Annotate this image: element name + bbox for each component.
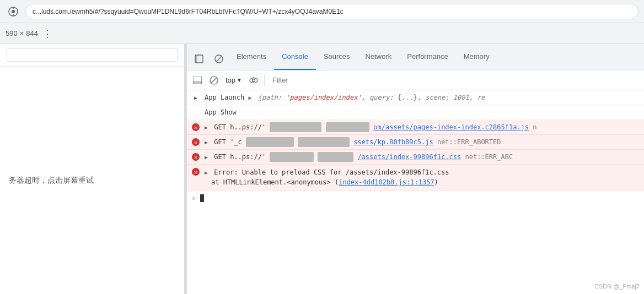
left-panel: 务器超时，点击屏幕重试 xyxy=(0,44,185,294)
left-search-input[interactable] xyxy=(7,48,178,62)
left-content: 务器超时，点击屏幕重试 xyxy=(0,67,184,294)
app-launch-scene-key: , scene: xyxy=(417,94,453,101)
app-launch-label: App Launch xyxy=(205,94,248,101)
error-circle-block: ✕ xyxy=(192,168,200,176)
app-launch-scene-val: 1001, re xyxy=(453,94,485,101)
block-icon[interactable] xyxy=(210,50,228,68)
console-entry-get-2: ✕ ▶ GET '_c ssets/kp.80fb89c5.js net::ER… xyxy=(187,135,644,150)
watermark-text: CSDN @_Fmaj7 xyxy=(594,283,640,290)
url-bar[interactable]: c...luds.com./ewmh5/#/?ssqyuuid=QwouMP1D… xyxy=(25,4,638,19)
get-trailing-1: n xyxy=(533,123,536,131)
error-icon-1: ✕ xyxy=(191,123,200,132)
get-expand-2[interactable]: ▶ xyxy=(205,138,208,146)
error-icon-3: ✕ xyxy=(191,153,200,161)
app-launch-query: {...} xyxy=(398,94,417,101)
svg-point-13 xyxy=(252,79,255,81)
devtools-panel: Elements Console Sources Network Perform… xyxy=(187,44,644,294)
get-url-prefix-2: '_c xyxy=(230,138,242,146)
get-url-suffix-2[interactable]: ssets/kp.80fb89c5.js xyxy=(353,138,433,146)
tab-console[interactable]: Console xyxy=(274,44,316,70)
error-block-line1: Error: Unable to preload CSS for /assets… xyxy=(214,168,449,176)
clear-console-icon[interactable] xyxy=(207,73,221,88)
sidebar-drawer-icon[interactable] xyxy=(190,73,205,88)
get-trailing-3: net::ERR_ABC xyxy=(465,153,513,161)
prompt-cursor xyxy=(200,194,204,202)
tab-performance[interactable]: Performance xyxy=(399,44,455,70)
left-search xyxy=(0,44,184,67)
dropdown-arrow-icon: ▼ xyxy=(237,77,242,83)
sidebar-toggle-icon[interactable] xyxy=(190,50,208,68)
app-launch-key1: {path: xyxy=(258,94,286,101)
error-block-line2-suffix: ) xyxy=(434,178,438,186)
get-url-suffix-3[interactable]: /assets/index-99896f1c.css xyxy=(357,153,461,161)
console-toolbar: top ▼ xyxy=(187,70,644,90)
second-row: 590 × 844 ⋮ xyxy=(0,23,644,44)
more-button[interactable]: ⋮ xyxy=(42,28,52,40)
get-blur-2a xyxy=(246,137,294,147)
left-status-text: 务器超时，点击屏幕重试 xyxy=(9,176,94,186)
error-block-line2-prefix: at HTMLLinkElement.<anonymous> ( xyxy=(205,178,339,186)
context-label: top xyxy=(226,76,235,84)
get-url-suffix-1[interactable]: om/assets/pages-index-index.c2865f1a.js xyxy=(373,123,529,131)
get-label-2: GET xyxy=(214,138,230,146)
app-launch-path: 'pages/index/index' xyxy=(286,94,361,101)
error-circle-3: ✕ xyxy=(192,153,200,161)
get-expand-3[interactable]: ▶ xyxy=(205,153,208,161)
app-show-label: App Show xyxy=(205,108,237,116)
console-entry-app-show: App Show xyxy=(187,105,644,120)
filter-input[interactable] xyxy=(268,75,641,85)
svg-line-11 xyxy=(211,77,217,83)
svg-point-1 xyxy=(12,10,15,13)
console-entry-get-1: ✕ ▶ GET h..ps://' om/assets/pages-index-… xyxy=(187,120,644,135)
tab-elements[interactable]: Elements xyxy=(229,44,274,70)
device-width: 590 xyxy=(6,29,18,37)
tab-memory[interactable]: Memory xyxy=(456,44,497,70)
get-blur-3a xyxy=(270,152,313,162)
device-height: 844 xyxy=(26,29,38,37)
console-entry-error-block: ✕ ▶ Error: Unable to preload CSS for /as… xyxy=(187,165,644,190)
error-circle-2: ✕ xyxy=(192,138,200,146)
error-circle-1: ✕ xyxy=(192,123,200,131)
get-trailing-2: net::ERR_ABORTED xyxy=(437,138,501,146)
toolbar-separator xyxy=(264,75,265,86)
get-blur-3b xyxy=(318,152,353,162)
get-label-3: GET xyxy=(214,153,230,161)
app-launch-expand[interactable]: ▶ xyxy=(248,94,251,102)
error-icon-2: ✕ xyxy=(191,138,200,146)
top-bar: c...luds.com./ewmh5/#/?ssqyuuid=QwouMP1D… xyxy=(0,0,644,23)
console-entry-app-launch: ▶ App Launch ▶ {path: 'pages/index/index… xyxy=(187,90,644,105)
expand-icon-launch[interactable]: ▶ xyxy=(191,93,200,102)
get-label-1: GET xyxy=(214,123,230,131)
context-selector[interactable]: top ▼ xyxy=(223,75,244,85)
app-launch-key2: , query: xyxy=(362,94,398,101)
svg-rect-9 xyxy=(193,81,202,84)
get-url-prefix-1: h..ps://' xyxy=(230,123,266,131)
eye-icon[interactable] xyxy=(246,73,261,88)
error-block-expand[interactable]: ▶ xyxy=(205,168,208,177)
error-block-link[interactable]: index-4dd102b0.js:1:1357 xyxy=(339,178,434,186)
console-output[interactable]: ▶ App Launch ▶ {path: 'pages/index/index… xyxy=(187,90,644,294)
browser-icon xyxy=(6,4,21,19)
device-info: 590 × 844 xyxy=(6,29,38,37)
error-icon-block: ✕ xyxy=(191,167,200,176)
svg-line-7 xyxy=(216,56,222,62)
watermark: CSDN @_Fmaj7 xyxy=(594,283,640,290)
console-prompt[interactable]: › xyxy=(187,190,644,205)
console-entry-get-3: ✕ ▶ GET h..ps://' /assets/index-99896f1c… xyxy=(187,150,644,165)
get-url-prefix-3: h..ps://' xyxy=(230,153,266,161)
get-expand-1[interactable]: ▶ xyxy=(205,123,208,132)
get-blur-1a xyxy=(270,122,321,132)
main-container: 务器超时，点击屏幕重试 Elements xyxy=(0,44,644,294)
tab-sources[interactable]: Sources xyxy=(316,44,358,70)
dimension-separator: × xyxy=(20,29,24,37)
url-text: c...luds.com./ewmh5/#/?ssqyuuid=QwouMP1D… xyxy=(33,8,344,15)
prompt-arrow-icon: › xyxy=(191,194,196,202)
svg-rect-5 xyxy=(195,55,197,63)
get-blur-2b xyxy=(298,137,350,147)
tab-network[interactable]: Network xyxy=(358,44,400,70)
get-blur-1b xyxy=(326,122,369,132)
devtools-tabs: Elements Console Sources Network Perform… xyxy=(187,44,644,70)
